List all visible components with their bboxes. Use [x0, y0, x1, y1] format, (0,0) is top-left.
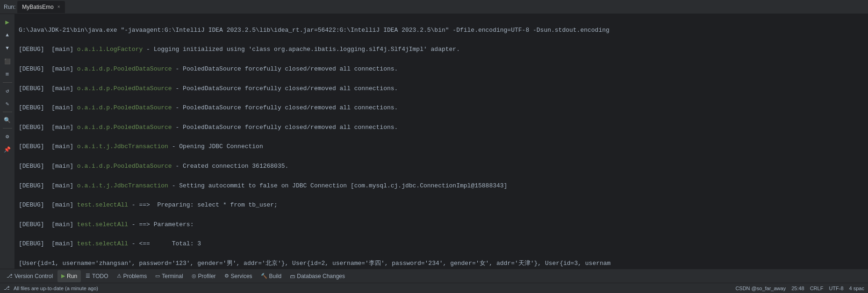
- log-line-4: [DEBUG] [main] o.a.i.d.p.PooledDataSourc…: [19, 123, 864, 133]
- command-line: G:\Java\JDK-21\bin\java.exe "-javaagent:…: [19, 26, 864, 36]
- log-line-6: [DEBUG] [main] o.a.i.d.p.PooledDataSourc…: [19, 162, 864, 172]
- terminal-icon: ▭: [155, 273, 160, 279]
- todo-label: TODO: [92, 273, 108, 279]
- run-tab-label: Run: [67, 273, 77, 279]
- terminal-label: Terminal: [162, 273, 183, 279]
- rerun-button[interactable]: ↺: [1, 85, 14, 97]
- console-output: G:\Java\JDK-21\bin\java.exe "-javaagent:…: [15, 14, 868, 269]
- log-line-0: [DEBUG] [main] o.a.i.l.LogFactory - Logg…: [19, 45, 864, 55]
- main-area: ▶ ▲ ▼ ⬛ ≡ ↺ ✎ 🔍 ⚙ 📌 G:\Java\JDK-21\bin\j…: [0, 14, 868, 269]
- tab-label: MyBatisEmo: [22, 4, 53, 10]
- version-control-icon: ⎇: [7, 273, 13, 279]
- build-label: Build: [269, 273, 282, 279]
- charset[interactable]: UTF-8: [829, 286, 843, 291]
- divider-3: [3, 128, 12, 129]
- tab-profiler[interactable]: ◎ Profiler: [188, 270, 220, 282]
- settings-button[interactable]: ⚙: [1, 130, 14, 143]
- menu-button[interactable]: ≡: [1, 68, 14, 80]
- pin-button[interactable]: 📌: [1, 143, 14, 156]
- status-message: All files are up-to-date (a minute ago): [14, 286, 98, 291]
- problems-label: Problems: [123, 273, 147, 279]
- run-button[interactable]: ▶: [1, 16, 14, 28]
- divider-1: [3, 82, 12, 83]
- log-line-10: [DEBUG] [main] test.selectAll - <== Tota…: [19, 239, 864, 249]
- log-line-3: [DEBUG] [main] o.a.i.d.p.PooledDataSourc…: [19, 103, 864, 113]
- git-icon: ⎇: [4, 285, 10, 291]
- tab-terminal[interactable]: ▭ Terminal: [151, 270, 187, 282]
- top-bar: Run: MyBatisEmo ×: [0, 0, 868, 14]
- search-button[interactable]: 🔍: [1, 114, 14, 126]
- services-icon: ⚙: [224, 273, 229, 279]
- indent[interactable]: 4 spac: [849, 286, 864, 291]
- tab-build[interactable]: 🔨 Build: [257, 270, 286, 282]
- log-line-1: [DEBUG] [main] o.a.i.d.p.PooledDataSourc…: [19, 64, 864, 74]
- tab-database-changes[interactable]: 🗃 Database Changes: [286, 270, 349, 282]
- database-changes-label: Database Changes: [297, 273, 345, 279]
- sidebar: ▶ ▲ ▼ ⬛ ≡ ↺ ✎ 🔍 ⚙ 📌: [0, 14, 15, 269]
- log-line-9: [DEBUG] [main] test.selectAll - ==> Para…: [19, 220, 864, 230]
- status-right: CSDN @so_far_away 25:48 CRLF UTF-8 4 spa…: [735, 286, 864, 291]
- run-label: Run:: [4, 4, 15, 10]
- log-line-7: [DEBUG] [main] o.a.i.t.j.JdbcTransaction…: [19, 181, 864, 191]
- bottom-bar: ⎇ Version Control ▶ Run ☰ TODO ⚠ Problem…: [0, 269, 868, 283]
- status-bar: ⎇ All files are up-to-date (a minute ago…: [0, 283, 868, 293]
- tab-close-icon[interactable]: ×: [57, 4, 60, 9]
- status-left: ⎇ All files are up-to-date (a minute ago…: [4, 285, 98, 291]
- line-ending[interactable]: CRLF: [810, 286, 824, 291]
- problems-icon: ⚠: [117, 273, 122, 279]
- tab-todo[interactable]: ☰ TODO: [82, 270, 112, 282]
- time-display: 25:48: [791, 286, 804, 291]
- tab-problems[interactable]: ⚠ Problems: [113, 270, 151, 282]
- edit-button[interactable]: ✎: [1, 98, 14, 110]
- run-tab-icon: ▶: [61, 273, 65, 279]
- scroll-down-button[interactable]: ▼: [1, 42, 14, 54]
- services-label: Services: [231, 273, 252, 279]
- log-line-data: [User{id=1, username='zhangsan', passwor…: [19, 259, 864, 269]
- profiler-label: Profiler: [198, 273, 216, 279]
- tab-run[interactable]: ▶ Run: [57, 270, 81, 282]
- todo-icon: ☰: [86, 273, 90, 279]
- log-line-8: [DEBUG] [main] test.selectAll - ==> Prep…: [19, 200, 864, 210]
- profiler-icon: ◎: [192, 273, 196, 279]
- version-control-label: Version Control: [14, 273, 53, 279]
- divider-2: [3, 112, 12, 112]
- user-info: CSDN @so_far_away: [735, 286, 786, 291]
- run-tab[interactable]: MyBatisEmo ×: [17, 1, 65, 13]
- log-line-2: [DEBUG] [main] o.a.i.d.p.PooledDataSourc…: [19, 84, 864, 94]
- build-icon: 🔨: [261, 273, 267, 279]
- tab-services[interactable]: ⚙ Services: [221, 270, 256, 282]
- stop-button[interactable]: ⬛: [1, 55, 14, 67]
- log-line-5: [DEBUG] [main] o.a.i.t.j.JdbcTransaction…: [19, 142, 864, 152]
- database-changes-icon: 🗃: [290, 273, 295, 279]
- scroll-up-button[interactable]: ▲: [1, 29, 14, 41]
- tab-version-control[interactable]: ⎇ Version Control: [3, 270, 57, 282]
